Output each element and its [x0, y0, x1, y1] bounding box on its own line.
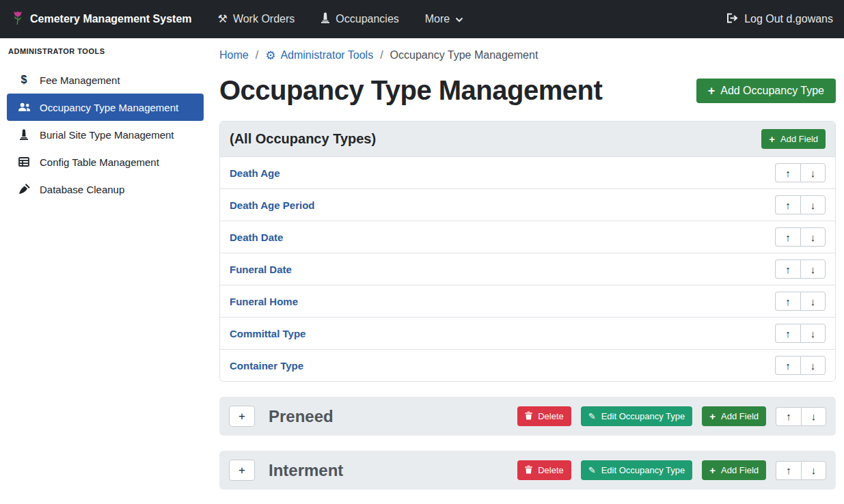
- up-arrow-icon: ↑: [785, 232, 791, 243]
- navbar-links: ⚒ Work Orders Occupancies More: [218, 12, 464, 26]
- sidebar-item-occupancy-type-management[interactable]: Occupancy Type Management: [7, 94, 204, 121]
- move-up-button[interactable]: ↑: [775, 195, 800, 214]
- expand-section-button[interactable]: +: [229, 460, 255, 481]
- reorder-buttons: ↑ ↓: [775, 227, 826, 247]
- breadcrumb-current: Occupancy Type Management: [390, 49, 539, 61]
- breadcrumb-separator: /: [256, 49, 258, 61]
- plus-icon: +: [709, 411, 716, 421]
- sidebar-item-label: Occupancy Type Management: [40, 102, 178, 113]
- add-occupancy-type-button[interactable]: + Add Occupancy Type: [696, 79, 836, 103]
- delete-button[interactable]: Delete: [517, 460, 571, 480]
- move-up-button[interactable]: ↑: [775, 227, 800, 247]
- reorder-buttons: ↑ ↓: [775, 356, 826, 375]
- add-field-button[interactable]: + Add Field: [761, 129, 826, 149]
- up-arrow-icon: ↑: [785, 296, 791, 307]
- field-row: Death Age ↑ ↓: [220, 157, 835, 189]
- down-arrow-icon: ↓: [811, 167, 816, 179]
- move-down-button[interactable]: ↓: [800, 324, 826, 343]
- move-down-button[interactable]: ↓: [801, 407, 826, 426]
- up-arrow-icon: ↑: [786, 410, 791, 422]
- nav-occupancies[interactable]: Occupancies: [321, 12, 399, 26]
- move-down-button[interactable]: ↓: [800, 163, 826, 182]
- nav-work-orders[interactable]: ⚒ Work Orders: [218, 13, 295, 25]
- all-occupancy-types-header: (All Occupancy Types) + Add Field: [220, 122, 835, 157]
- move-down-button[interactable]: ↓: [800, 292, 826, 311]
- tulip-logo-icon: [11, 9, 25, 29]
- field-link[interactable]: Funeral Date: [230, 264, 292, 275]
- chevron-down-icon: [455, 13, 463, 25]
- reorder-buttons: ↑ ↓: [775, 292, 826, 311]
- move-up-button[interactable]: ↑: [775, 163, 800, 182]
- field-link[interactable]: Container Type: [230, 360, 303, 372]
- down-arrow-icon: ↓: [811, 296, 816, 307]
- breadcrumb-admin-tools-link[interactable]: ⚙ Administrator Tools: [265, 49, 373, 61]
- reorder-buttons: ↑ ↓: [775, 324, 826, 343]
- delete-label: Delete: [538, 465, 564, 475]
- move-up-button[interactable]: ↑: [775, 292, 800, 311]
- nav-occupancies-label: Occupancies: [336, 13, 399, 25]
- up-arrow-icon: ↑: [786, 464, 791, 476]
- table-icon: [16, 157, 31, 167]
- add-field-button[interactable]: + Add Field: [702, 460, 766, 480]
- move-down-button[interactable]: ↓: [801, 461, 826, 480]
- field-link[interactable]: Death Age: [230, 167, 280, 179]
- sidebar-item-config-table-management[interactable]: Config Table Management: [7, 148, 204, 176]
- reorder-buttons: ↑ ↓: [776, 407, 826, 426]
- move-up-button[interactable]: ↑: [775, 356, 800, 375]
- section-interment: + Interment Delete ✎ Edit Occupancy Type…: [219, 451, 836, 490]
- down-arrow-icon: ↓: [811, 464, 817, 476]
- reorder-buttons: ↑ ↓: [775, 163, 826, 182]
- field-link[interactable]: Death Date: [230, 232, 283, 243]
- down-arrow-icon: ↓: [811, 328, 816, 339]
- users-icon: [16, 102, 31, 112]
- up-arrow-icon: ↑: [785, 360, 791, 372]
- trash-icon: [525, 465, 532, 475]
- add-field-label: Add Field: [780, 134, 818, 144]
- broom-icon: [16, 184, 31, 195]
- add-occupancy-type-label: Add Occupancy Type: [720, 85, 824, 97]
- move-down-button[interactable]: ↓: [800, 356, 826, 375]
- sidebar-item-burial-site-type-management[interactable]: Burial Site Type Management: [7, 121, 204, 148]
- add-field-button[interactable]: + Add Field: [702, 406, 766, 426]
- edit-label: Edit Occupancy Type: [601, 465, 685, 475]
- move-up-button[interactable]: ↑: [776, 407, 801, 426]
- logout-label: Log Out d.gowans: [744, 13, 833, 25]
- sidebar-item-database-cleanup[interactable]: Database Cleanup: [7, 176, 204, 203]
- move-down-button[interactable]: ↓: [800, 260, 826, 279]
- breadcrumb-home-link[interactable]: Home: [219, 49, 249, 61]
- tools-icon: ⚒: [218, 14, 228, 25]
- logout-button[interactable]: Log Out d.gowans: [726, 13, 833, 26]
- reorder-buttons: ↑ ↓: [776, 461, 826, 480]
- section-preneed: + Preneed Delete ✎ Edit Occupancy Type +: [219, 397, 836, 436]
- app-brand[interactable]: Cemetery Management System: [11, 9, 192, 29]
- down-arrow-icon: ↓: [811, 264, 816, 275]
- reorder-buttons: ↑ ↓: [775, 195, 826, 214]
- title-row: Occupancy Type Management + Add Occupanc…: [219, 75, 836, 106]
- gear-icon: ⚙: [265, 50, 275, 61]
- field-row: Death Date ↑ ↓: [220, 221, 835, 253]
- delete-button[interactable]: Delete: [517, 406, 571, 426]
- edit-occupancy-type-button[interactable]: ✎ Edit Occupancy Type: [581, 406, 693, 426]
- nav-more-label: More: [425, 13, 450, 25]
- move-up-button[interactable]: ↑: [776, 461, 801, 480]
- main-content: Home / ⚙ Administrator Tools / Occupancy…: [210, 38, 844, 504]
- section-title: Interment: [269, 461, 343, 480]
- down-arrow-icon: ↓: [811, 360, 816, 372]
- move-up-button[interactable]: ↑: [775, 324, 800, 343]
- nav-more[interactable]: More: [425, 13, 463, 25]
- sidebar-item-fee-management[interactable]: $ Fee Management: [7, 66, 204, 94]
- sidebar-item-label: Config Table Management: [40, 156, 159, 168]
- move-down-button[interactable]: ↓: [800, 227, 826, 247]
- page-title: Occupancy Type Management: [219, 75, 602, 106]
- expand-section-button[interactable]: +: [229, 406, 255, 427]
- move-up-button[interactable]: ↑: [775, 260, 800, 279]
- dollar-icon: $: [16, 74, 31, 86]
- sidebar-item-label: Fee Management: [40, 74, 120, 86]
- field-link[interactable]: Funeral Home: [230, 296, 298, 307]
- edit-occupancy-type-button[interactable]: ✎ Edit Occupancy Type: [581, 460, 693, 480]
- plus-icon: +: [769, 134, 775, 144]
- field-link[interactable]: Committal Type: [230, 328, 305, 339]
- sidebar-header: ADMINISTRATOR TOOLS: [0, 47, 210, 55]
- move-down-button[interactable]: ↓: [800, 195, 826, 214]
- field-link[interactable]: Death Age Period: [230, 199, 314, 211]
